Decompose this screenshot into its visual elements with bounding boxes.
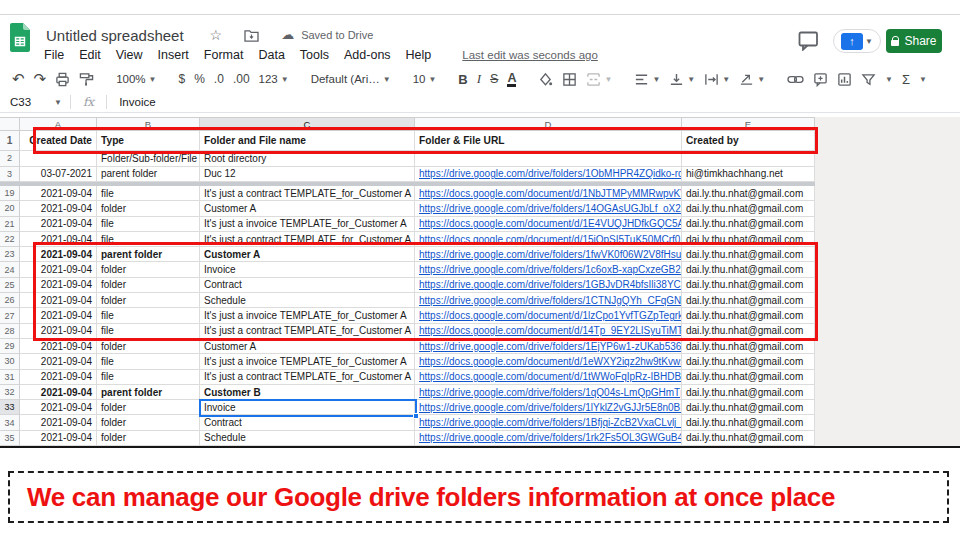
cell-D25[interactable]: https://drive.google.com/drive/folders/1… (415, 278, 682, 293)
decrease-decimal-button[interactable]: .0 (214, 72, 224, 86)
cell-C35[interactable]: Schedule (200, 431, 415, 446)
cell-A31[interactable]: 2021-09-04 (20, 370, 97, 385)
cell-D27[interactable]: https://docs.google.com/document/d/1lzCp… (415, 308, 682, 323)
horizontal-align-button[interactable]: ▼ (634, 72, 660, 87)
drive-url-link[interactable]: https://docs.google.com/document/d/1eWXY… (419, 356, 682, 367)
name-box-caret-icon[interactable]: ▼ (54, 98, 62, 107)
cell-B34[interactable]: folder (97, 415, 200, 430)
cell-A19[interactable]: 2021-09-04 (20, 186, 97, 201)
row-number-35[interactable]: 35 (0, 431, 20, 446)
fill-color-button[interactable] (538, 72, 553, 87)
more-formats-button[interactable]: 123 ▼ (259, 73, 289, 85)
cell-C3[interactable]: Duc 12 (200, 167, 415, 183)
insert-chart-button[interactable] (837, 72, 852, 87)
cell-B24[interactable]: folder (97, 262, 200, 277)
drive-url-link[interactable]: https://drive.google.com/drive/folders/1… (419, 417, 682, 428)
cell-D2[interactable] (415, 151, 682, 167)
cell-B23[interactable]: parent folder (97, 247, 200, 262)
cell-B27[interactable]: file (97, 308, 200, 323)
menu-tools[interactable]: Tools (300, 48, 329, 62)
cell-A20[interactable]: 2021-09-04 (20, 201, 97, 216)
cell-D26[interactable]: https://drive.google.com/drive/folders/1… (415, 293, 682, 308)
cell-E29[interactable]: dai.ly.thu.nhat@gmail.com (682, 339, 815, 354)
row-number-19[interactable]: 19 (0, 186, 20, 201)
cell-C26[interactable]: Schedule (200, 293, 415, 308)
cell-D21[interactable]: https://docs.google.com/document/d/1E4VU… (415, 217, 682, 232)
row-number-29[interactable]: 29 (0, 339, 20, 354)
row-number-23[interactable]: 23 (0, 247, 20, 262)
cell-B20[interactable]: folder (97, 201, 200, 216)
drive-url-link[interactable]: https://docs.google.com/document/d/1E4VU… (419, 218, 682, 229)
cell-C25[interactable]: Contract (200, 278, 415, 293)
cell-E25[interactable]: dai.ly.thu.nhat@gmail.com (682, 278, 815, 293)
format-currency-button[interactable]: $ (179, 72, 186, 86)
italic-button[interactable]: I (477, 71, 481, 87)
row-number-25[interactable]: 25 (0, 278, 20, 293)
cell-D28[interactable]: https://docs.google.com/document/d/14Tp_… (415, 324, 682, 339)
font-size-select[interactable]: 10 ▼ (413, 73, 437, 85)
document-title[interactable]: Untitled spreadsheet (46, 27, 184, 44)
cell-B2[interactable]: Folder/Sub-folder/File (97, 151, 200, 167)
cell-A25[interactable]: 2021-09-04 (20, 278, 97, 293)
drive-url-link[interactable]: https://docs.google.com/document/d/1lzCp… (419, 310, 682, 321)
cell-E30[interactable]: dai.ly.thu.nhat@gmail.com (682, 354, 815, 369)
merge-cells-button[interactable]: ▼ (586, 72, 612, 87)
insert-link-button[interactable] (787, 72, 804, 87)
row-number-30[interactable]: 30 (0, 354, 20, 369)
borders-button[interactable] (562, 72, 577, 87)
cell-E34[interactable]: dai.ly.thu.nhat@gmail.com (682, 415, 815, 430)
drive-url-link[interactable]: https://docs.google.com/document/d/15jQp… (419, 234, 682, 245)
cell-A32[interactable]: 2021-09-04 (20, 385, 97, 400)
row-number-33[interactable]: 33 (0, 400, 20, 415)
vertical-align-button[interactable]: ▼ (669, 72, 695, 87)
cell-E28[interactable]: dai.ly.thu.nhat@gmail.com (682, 324, 815, 339)
cell-E27[interactable]: dai.ly.thu.nhat@gmail.com (682, 308, 815, 323)
paint-format-button[interactable] (79, 72, 94, 87)
cell-C28[interactable]: It's just a contract TEMPLATE_for_Custom… (200, 324, 415, 339)
drive-url-link[interactable]: https://docs.google.com/document/d/14Tp_… (419, 325, 682, 336)
cell-A2[interactable] (20, 151, 97, 167)
cell-A3[interactable]: 03-07-2021 (20, 167, 97, 183)
cell-D31[interactable]: https://docs.google.com/document/d/1tWWo… (415, 370, 682, 385)
cell-A28[interactable]: 2021-09-04 (20, 324, 97, 339)
cell-D19[interactable]: https://docs.google.com/document/d/1NbJT… (415, 186, 682, 201)
cell-E21[interactable]: dai.ly.thu.nhat@gmail.com (682, 217, 815, 232)
cell-C23[interactable]: Customer A (200, 247, 415, 262)
drive-url-link[interactable]: https://docs.google.com/document/d/1NbJT… (419, 188, 682, 199)
name-box[interactable]: C33 (0, 96, 54, 108)
menu-addons[interactable]: Add-ons (344, 48, 391, 62)
cell-B21[interactable]: file (97, 217, 200, 232)
strikethrough-button[interactable]: S (490, 72, 498, 86)
cell-C1[interactable]: Folder and File name (200, 131, 415, 151)
drive-url-link[interactable]: https://drive.google.com/drive/folders/1… (419, 295, 682, 306)
present-to-meeting-button[interactable]: ↑ ▼ (833, 29, 881, 53)
cell-B26[interactable]: folder (97, 293, 200, 308)
column-header-E[interactable]: E (682, 117, 815, 131)
cell-B30[interactable]: file (97, 354, 200, 369)
cell-D29[interactable]: https://drive.google.com/drive/folders/1… (415, 339, 682, 354)
cell-C22[interactable]: It's just a contract TEMPLATE_for_Custom… (200, 232, 415, 247)
row-number-2[interactable]: 2 (0, 151, 20, 167)
font-select[interactable]: Default (Ari… ▼ (311, 73, 391, 85)
menu-insert[interactable]: Insert (158, 48, 189, 62)
column-header-B[interactable]: B (97, 117, 200, 131)
cell-E20[interactable]: dai.ly.thu.nhat@gmail.com (682, 201, 815, 216)
cell-D32[interactable]: https://drive.google.com/drive/folders/1… (415, 385, 682, 400)
cell-C20[interactable]: Customer A (200, 201, 415, 216)
text-rotation-button[interactable]: ▼ (739, 72, 765, 87)
cell-C33[interactable]: Invoice (200, 400, 415, 415)
drive-url-link[interactable]: https://drive.google.com/drive/folders/1… (419, 264, 682, 275)
cell-E3[interactable]: hi@timkhachhang.net (682, 167, 815, 183)
bold-button[interactable]: B (458, 72, 467, 87)
cell-D23[interactable]: https://drive.google.com/drive/folders/1… (415, 247, 682, 262)
cell-B32[interactable]: parent folder (97, 385, 200, 400)
cell-C32[interactable]: Customer B (200, 385, 415, 400)
drive-url-link[interactable]: https://drive.google.com/drive/folders/1… (419, 387, 682, 398)
menu-edit[interactable]: Edit (79, 48, 101, 62)
cell-D30[interactable]: https://docs.google.com/document/d/1eWXY… (415, 354, 682, 369)
menu-help[interactable]: Help (406, 48, 432, 62)
row-number-3[interactable]: 3 (0, 167, 20, 183)
cell-E26[interactable]: dai.ly.thu.nhat@gmail.com (682, 293, 815, 308)
cell-D20[interactable]: https://drive.google.com/drive/folders/1… (415, 201, 682, 216)
column-header-C[interactable]: C (200, 117, 415, 131)
